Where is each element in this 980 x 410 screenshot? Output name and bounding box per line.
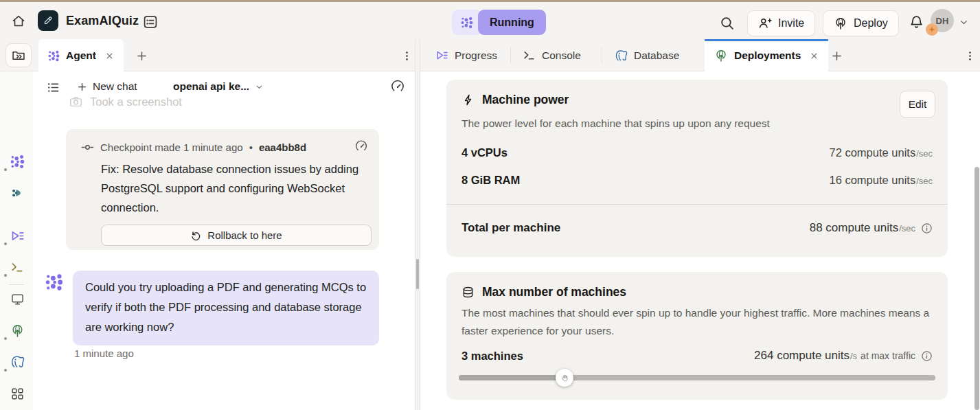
tab-separator	[602, 47, 602, 63]
cpu-label: 4 vCPUs	[461, 146, 508, 159]
home-button[interactable]	[8, 11, 29, 32]
info-icon[interactable]	[921, 223, 933, 234]
info-icon[interactable]	[921, 350, 933, 362]
agent-logo-icon	[45, 273, 63, 291]
spec-row-ram: 8 GiB RAM 16 compute units/sec	[461, 174, 933, 187]
monitor-icon	[10, 292, 25, 306]
new-chat-button[interactable]: New chat	[73, 77, 141, 96]
deploy-button[interactable]: Deploy	[823, 10, 899, 36]
edit-machine-power-button[interactable]: Edit	[900, 91, 935, 118]
tab-database[interactable]: Database	[604, 39, 689, 71]
chevron-down-icon	[255, 82, 264, 91]
ram-label: 8 GiB RAM	[461, 174, 520, 187]
new-tab-button[interactable]	[132, 46, 151, 65]
max-machines-card: Max number of machines The most machines…	[446, 272, 948, 400]
folder-collapse-icon	[11, 48, 26, 63]
checkpoint-separator: •	[249, 141, 253, 153]
database-cylinder-icon	[461, 286, 475, 299]
header: ExamAIQuiz Running Invite Deploy DH	[0, 2, 980, 39]
dock-item-all-tools[interactable]	[10, 386, 25, 401]
agent-logo-icon	[461, 16, 473, 29]
chat-thread-selector[interactable]: openai api ke...	[173, 77, 264, 96]
card-divider	[446, 204, 948, 205]
postgresql-icon	[10, 354, 25, 369]
message-timestamp: 1 minute ago	[74, 348, 134, 359]
deployments-icon	[714, 49, 728, 62]
tab-deployments[interactable]: Deployments	[705, 39, 828, 72]
machines-slider-track[interactable]	[459, 375, 935, 380]
checkpoint-usage-gauge[interactable]	[354, 139, 368, 152]
kebab-menu-icon	[964, 50, 976, 62]
machine-power-card: Machine power Edit The power level for e…	[446, 80, 948, 257]
machine-power-title: Machine power	[482, 93, 569, 107]
tab-agent[interactable]: Agent	[38, 39, 124, 72]
dock-item-agent[interactable]	[10, 154, 25, 169]
app-icon[interactable]	[38, 10, 58, 31]
tab-database-label: Database	[634, 49, 679, 62]
chat-scrollbar-thumb[interactable]	[416, 259, 419, 289]
new-tab-button[interactable]	[827, 46, 846, 65]
lightning-icon	[461, 93, 475, 106]
progress-icon	[435, 49, 448, 62]
panel-resizer[interactable]	[415, 39, 420, 410]
close-icon[interactable]	[105, 52, 114, 60]
search-button[interactable]	[717, 13, 738, 34]
tab-agent-label: Agent	[66, 49, 96, 62]
dock-item-assistant[interactable]	[10, 185, 25, 201]
sidebar-toggle-button[interactable]	[5, 43, 32, 67]
tab-console-label: Console	[542, 49, 581, 62]
repl-list-icon	[142, 14, 159, 30]
star-icon	[928, 25, 936, 34]
pencil-icon	[43, 15, 54, 26]
tab-console[interactable]: Console	[513, 39, 591, 71]
open-indicator-dot	[4, 168, 7, 171]
dock-item-deployments[interactable]	[10, 323, 25, 338]
open-indicator-dot	[4, 369, 7, 372]
agent-logo-icon	[48, 50, 60, 62]
tab-progress[interactable]: Progress	[426, 39, 507, 71]
notifications-button[interactable]	[907, 12, 926, 32]
tool-dock	[0, 71, 33, 410]
avatar-initials: DH	[936, 16, 949, 26]
open-indicator-dot	[4, 242, 7, 245]
spec-row-machines: 3 machines 264 compute units/sat max tra…	[461, 349, 933, 363]
edit-label: Edit	[909, 98, 927, 111]
machines-value: 264 compute units	[754, 349, 850, 363]
checkpoint-card: Checkpoint made 1 minute ago • eaa4bb8d …	[66, 129, 379, 250]
account-menu-chevron[interactable]	[959, 17, 969, 27]
dock-item-progress[interactable]	[10, 228, 25, 243]
spec-row-cpu: 4 vCPUs 72 compute units/sec	[461, 146, 933, 159]
dock-item-console[interactable]	[10, 260, 25, 275]
usage-gauge-button[interactable]	[389, 77, 407, 95]
kebab-menu-icon	[401, 50, 413, 62]
invite-label: Invite	[778, 17, 804, 30]
invite-button[interactable]: Invite	[747, 10, 815, 36]
dock-item-webview[interactable]	[10, 291, 25, 306]
plus-icon	[831, 50, 843, 62]
dock-item-database[interactable]	[10, 354, 25, 369]
rollback-icon	[190, 230, 201, 241]
chat-history-button[interactable]	[44, 78, 62, 96]
console-icon	[10, 260, 24, 274]
total-value: 88 compute units	[810, 221, 898, 235]
machine-power-description: The power level for each machine that sp…	[461, 115, 770, 133]
new-chat-label: New chat	[93, 80, 137, 93]
active-tab-indicator	[705, 39, 828, 41]
max-machines-description: The most machines that should ever spin …	[461, 304, 937, 340]
close-icon[interactable]	[810, 52, 819, 60]
machines-slider-thumb[interactable]	[556, 369, 573, 387]
invite-person-icon	[758, 16, 772, 30]
screenshot-note-label: Took a screenshot	[90, 95, 182, 109]
rollback-button[interactable]: Rollback to here	[101, 225, 372, 246]
right-panel-scrollbar-thumb[interactable]	[975, 167, 979, 410]
progress-icon	[10, 229, 25, 243]
repl-list-button[interactable]	[141, 13, 159, 31]
run-status-badge[interactable]: Running	[452, 10, 546, 35]
checkpoint-header: Checkpoint made 1 minute ago • eaa4bb8d	[81, 141, 306, 154]
right-panel-menu-button[interactable]	[960, 46, 979, 65]
left-panel-menu-button[interactable]	[397, 46, 416, 65]
cpu-unit: /sec	[916, 148, 933, 159]
postgresql-icon	[614, 49, 628, 62]
screenshot-note: Took a screenshot	[69, 95, 182, 109]
machine-power-title-row: Machine power	[461, 93, 569, 107]
